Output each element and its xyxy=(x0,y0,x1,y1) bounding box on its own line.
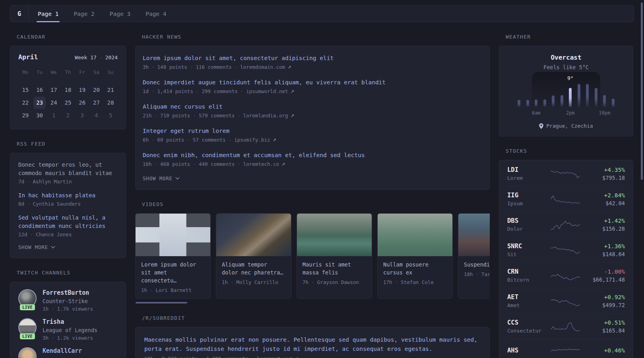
stock-row[interactable]: AHS +0.46% xyxy=(507,339,625,358)
stock-row[interactable]: CCS Consectetur +0.51% $165.84 xyxy=(507,313,625,339)
video-title-link[interactable]: Aliquam tempor dolor nec pharetra… xyxy=(222,261,285,276)
subreddit-widget: /R/SUBREDDIT Maecenas mollis pulvinar er… xyxy=(135,315,490,358)
hackernews-item-link[interactable]: Integer eget rutrum lorem xyxy=(143,127,482,135)
item-domain-link[interactable]: ipsumworld.net xyxy=(246,88,294,94)
dot-separator xyxy=(97,54,105,60)
stock-id: DBS Dolor xyxy=(507,217,549,232)
video-title-link[interactable]: Mauris sit amet massa felis xyxy=(303,261,366,276)
stock-row[interactable]: SNRC Sit +1.36% $148.64 xyxy=(507,237,625,263)
item-domain-link[interactable]: loremdomain.com xyxy=(240,64,291,70)
rss-item-age: 12d xyxy=(18,232,27,237)
stock-sparkline xyxy=(549,193,582,205)
dot-separator xyxy=(184,137,193,143)
video-thumbnail[interactable] xyxy=(297,214,372,256)
item-domain-link[interactable]: loremtech.co xyxy=(243,161,285,167)
twitch-channel-name[interactable]: KendallCarr xyxy=(43,347,82,354)
video-card[interactable]: Mauris sit amet massa felis 7hGrayson Da… xyxy=(297,213,372,299)
rss-item-link[interactable]: In hac habitasse platea xyxy=(18,191,118,200)
item-comments: 299 comments xyxy=(202,88,237,94)
stock-change: +1.36% xyxy=(582,243,625,249)
page-scrollbar-thumb[interactable] xyxy=(641,2,643,180)
weather-bar-slot xyxy=(558,83,566,107)
video-thumbnail[interactable] xyxy=(378,214,452,256)
item-domain-link[interactable]: loremlandia.org xyxy=(243,113,295,119)
twitch-channel-row[interactable]: LIVE Trisha League of Legends 3h1.2k vie… xyxy=(18,318,118,341)
hackernews-item-link[interactable]: Aliquam nec cursus elit xyxy=(143,103,482,111)
page-tab[interactable]: Page 2 xyxy=(66,6,102,22)
stock-change: +0.46% xyxy=(582,347,625,354)
hackernews-list: Lorem ipsum dolor sit amet, consectetur … xyxy=(143,54,482,167)
video-card[interactable]: Suspendisse diam 18hTara xyxy=(458,213,490,299)
weather-bar xyxy=(535,99,537,107)
video-author: Lori Barnett xyxy=(156,287,192,293)
video-card[interactable]: Aliquam tempor dolor nec pharetra… 1hMol… xyxy=(216,213,291,299)
dot-separator xyxy=(226,137,235,143)
weather-bar-slot xyxy=(532,83,541,107)
page-tab[interactable]: Page 1 xyxy=(30,6,66,22)
rss-show-more-button[interactable]: SHOW MORE xyxy=(18,244,55,250)
hackernews-show-more-button[interactable]: SHOW MORE xyxy=(143,175,180,181)
rss-item-meta: 8dCynthia Saunders xyxy=(18,201,118,207)
video-title-link[interactable]: Nullam posuere cursus ex xyxy=(383,261,447,276)
stock-row[interactable]: DBS Dolor +1.42% $156.28 xyxy=(507,212,625,237)
hackernews-item: Donec enim nibh, condimentum et accumsan… xyxy=(143,151,482,167)
twitch-channel-row[interactable]: LIVE ForrestBurton Counter-Strike 1h1.7k… xyxy=(18,289,118,312)
app-logo[interactable]: G xyxy=(10,6,29,22)
stock-row[interactable]: LDI Lorem +4.35% $795.18 xyxy=(507,161,625,186)
videos-widget: VIDEOS Lorem ipsum dolor sit amet consec… xyxy=(135,201,490,304)
section-title-calendar: CALENDAR xyxy=(17,34,126,40)
stock-id: LDI Lorem xyxy=(507,166,549,181)
hackernews-item-link[interactable]: Lorem ipsum dolor sit amet, consectetur … xyxy=(143,54,482,62)
video-title-link[interactable]: Suspendisse diam xyxy=(464,261,490,268)
stock-name: Ipsum xyxy=(507,200,549,206)
video-title-link[interactable]: Lorem ipsum dolor sit amet consectetu… xyxy=(141,261,205,284)
weather-hour-label-slot xyxy=(575,110,584,116)
page-tab[interactable]: Page 4 xyxy=(138,6,174,22)
calendar-weekday: Th xyxy=(61,67,75,78)
calendar-month: April xyxy=(18,53,38,61)
video-card[interactable]: Lorem ipsum dolor sit amet consectetu… 1… xyxy=(135,213,211,299)
section-title-twitch: TWITCH CHANNELS xyxy=(17,270,126,276)
item-points: 468 points xyxy=(160,161,190,167)
twitch-channel-name[interactable]: Trisha xyxy=(43,318,97,325)
weather-bar-slot xyxy=(515,83,524,107)
stock-row[interactable]: CRN Bitcorn -1.00% $66,171.48 xyxy=(507,263,625,288)
rss-item-link[interactable]: Donec tempor eros leo, ut commodo mauris… xyxy=(18,161,118,177)
calendar-weekday: Fr xyxy=(75,67,89,78)
stock-price: $66,171.48 xyxy=(582,276,625,283)
weather-bar xyxy=(543,99,546,107)
calendar-day: 16 xyxy=(33,84,47,96)
video-card[interactable]: Nullam posuere cursus ex 17hStefan Cole xyxy=(377,213,453,299)
twitch-channel-info: ForrestBurton Counter-Strike 1h1.7k view… xyxy=(43,289,93,312)
twitch-channel-name[interactable]: ForrestBurton xyxy=(43,289,93,296)
dot-separator xyxy=(149,64,157,70)
stock-change: +0.51% xyxy=(582,319,625,326)
twitch-channel-row[interactable]: KendallCarr xyxy=(18,347,118,358)
item-domain-link[interactable]: ipsumify.biz xyxy=(234,137,276,143)
dot-separator xyxy=(149,137,157,143)
live-badge: LIVE xyxy=(20,333,35,339)
hackernews-item-link[interactable]: Donec enim nibh, condimentum et accumsan… xyxy=(143,151,482,160)
dot-separator xyxy=(190,113,199,119)
hackernews-item-link[interactable]: Donec imperdiet augue tincidunt felis al… xyxy=(143,78,482,87)
weather-bar xyxy=(526,100,529,107)
video-thumbnail[interactable] xyxy=(136,214,210,256)
dot-separator xyxy=(48,335,57,341)
map-pin-icon xyxy=(539,123,543,129)
post-domain-link[interactable]: loremnet.xyz xyxy=(257,356,299,358)
stock-row[interactable]: AET Amet +0.92% $499.72 xyxy=(507,288,625,313)
weather-bar xyxy=(586,84,589,107)
stock-row[interactable]: IIG Ipsum +2.84% $42.04 xyxy=(507,186,625,212)
subreddit-post-link[interactable]: Maecenas mollis pulvinar erat non posuer… xyxy=(144,335,481,354)
weather-hour-label-slot: 10pm xyxy=(600,110,609,116)
video-thumbnail[interactable] xyxy=(458,214,490,256)
dot-separator xyxy=(235,161,243,167)
video-thumbnail[interactable] xyxy=(216,214,291,256)
video-card-body: Mauris sit amet massa felis 7hGrayson Da… xyxy=(297,256,372,290)
video-author: Tara xyxy=(481,271,490,277)
rss-item-link[interactable]: Sed volutpat nulla nisl, a condimentum n… xyxy=(18,214,118,230)
dot-separator xyxy=(392,279,401,285)
videos-scrollbar-thumb[interactable] xyxy=(136,302,187,304)
page-tab[interactable]: Page 3 xyxy=(102,6,138,22)
video-age: 17h xyxy=(383,279,392,285)
